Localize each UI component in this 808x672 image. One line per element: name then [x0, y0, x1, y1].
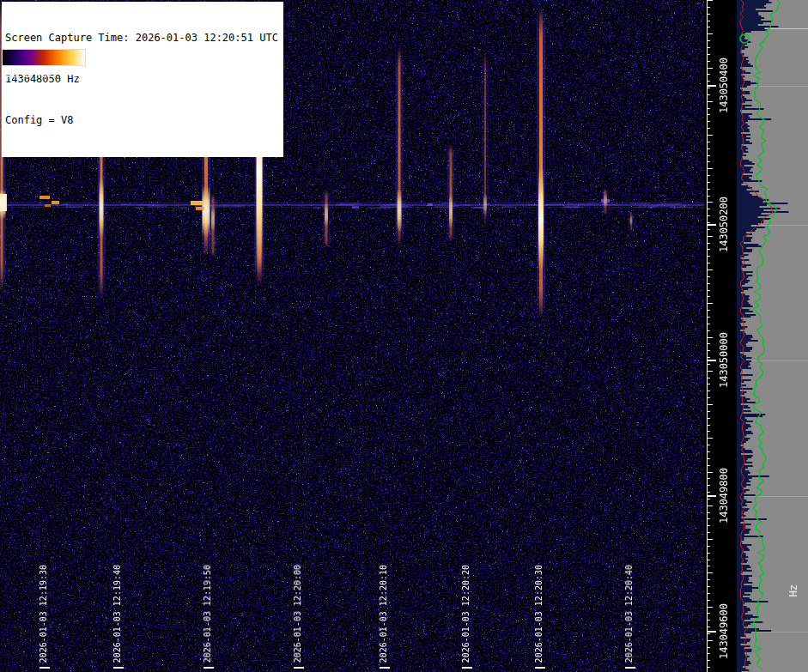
time-axis-label: 2026-01-03 12:20:30: [534, 565, 544, 663]
color-gradient-bar: [2, 49, 86, 66]
time-axis-tick: [625, 667, 635, 669]
time-axis-label: 2026-01-03 12:20:00: [293, 565, 302, 663]
time-axis-label: 2026-01-03 12:19:30: [39, 565, 48, 663]
time-axis-tick: [39, 667, 50, 669]
time-axis-tick: [294, 667, 304, 669]
time-axis-label: 2026-01-03 12:19:40: [112, 565, 122, 663]
legend-label-min: -80 dB: [2, 70, 33, 79]
spectrum-lab-screen: Screen Capture Time: 2026-01-03 12:20:51…: [0, 0, 808, 672]
time-axis-label: 2026-01-03 12:20:10: [379, 565, 388, 663]
capture-time-text: Screen Capture Time: 2026-01-03 12:20:51…: [5, 31, 278, 45]
time-axis-tick: [535, 667, 545, 669]
freq-axis-label: 143049800: [718, 468, 730, 524]
legend-label-mid: -60: [36, 70, 52, 79]
time-axis-tick: [380, 667, 390, 669]
time-axis-label: 2026-01-03 12:19:50: [203, 565, 212, 663]
time-axis-label: 2026-01-03 12:20:20: [461, 565, 471, 663]
freq-axis-label: 143050000: [718, 332, 730, 388]
time-axis-tick: [204, 667, 214, 669]
legend-labels: -80 dB -60 -40: [2, 70, 88, 80]
time-axis-tick: [462, 667, 472, 669]
freq-axis-label: 143050200: [718, 197, 730, 252]
freq-axis-label: 143050400: [718, 58, 730, 113]
freq-axis-label: 143049600: [718, 603, 730, 659]
frequency-unit-label: Hz: [787, 584, 799, 596]
time-axis-tick: [113, 667, 124, 669]
config-text: Config = V8: [5, 113, 278, 127]
legend-label-max: -40: [67, 70, 82, 79]
live-spectrum-panel: [737, 0, 808, 672]
color-scale-legend: -80 dB -60 -40: [2, 49, 88, 80]
time-axis-label: 2026-01-03 12:20:40: [624, 565, 634, 663]
